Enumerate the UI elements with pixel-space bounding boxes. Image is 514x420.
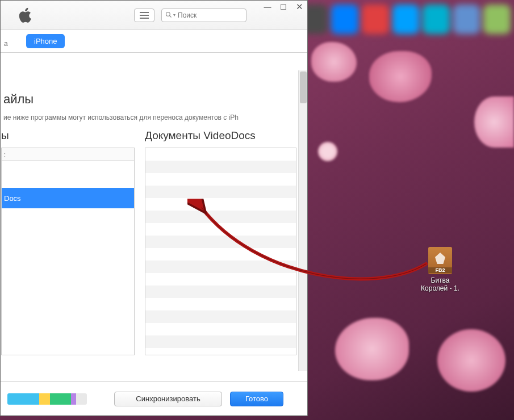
decor-blossom <box>437 329 505 392</box>
documents-list[interactable] <box>145 148 296 355</box>
bottom-bar: Синхронизировать Готово <box>1 381 307 415</box>
minimize-button[interactable]: — <box>260 1 275 13</box>
app-name-label: Docs <box>4 194 21 203</box>
iphone-tab[interactable]: iPhone <box>26 34 65 48</box>
svg-line-1 <box>170 15 172 17</box>
apple-logo-icon[interactable] <box>16 6 35 24</box>
view-list-button[interactable] <box>134 9 154 22</box>
maximize-button[interactable]: ☐ <box>275 1 291 13</box>
apps-list[interactable]: : Docs <box>1 148 135 355</box>
close-button[interactable]: ✕ <box>291 1 307 13</box>
search-icon <box>165 10 172 20</box>
chevron-down-icon: ▾ <box>173 12 175 18</box>
desktop-file[interactable]: FB2 Битва Королей - 1. <box>412 247 469 292</box>
vertical-scrollbar[interactable] <box>298 70 307 371</box>
apps-panel-title-partial: ы <box>1 129 135 148</box>
search-input[interactable] <box>178 11 235 19</box>
sync-button[interactable]: Синхронизировать <box>114 392 222 406</box>
file-type-badge: FB2 <box>428 267 452 273</box>
done-button[interactable]: Готово <box>230 392 283 406</box>
itunes-window: ▾ — ☐ ✕ а iPhone айлы ие ниже программы … <box>0 0 308 416</box>
breadcrumb-partial: а <box>4 40 8 48</box>
scrollbar-thumb[interactable] <box>300 72 307 103</box>
page-subtitle-partial: ие ниже программы могут использоваться д… <box>3 114 296 121</box>
fb2-file-icon: FB2 <box>428 247 452 274</box>
svg-point-0 <box>166 12 170 16</box>
file-name-label: Битва Королей - 1. <box>412 276 469 292</box>
titlebar: ▾ — ☐ ✕ <box>1 1 307 30</box>
list-icon <box>140 15 149 16</box>
decor-blossom <box>335 318 409 380</box>
documents-panel-title: Документы VideoDocs <box>145 129 296 148</box>
app-row-selected[interactable]: Docs <box>2 188 134 208</box>
device-tab-row: iPhone <box>1 30 307 53</box>
apps-column-header-partial: : <box>2 148 134 161</box>
page-title-partial: айлы <box>3 92 296 107</box>
search-field[interactable]: ▾ <box>161 9 246 22</box>
decor-blossom <box>311 42 357 82</box>
capacity-bar <box>7 393 87 405</box>
decor-blossom <box>318 142 337 161</box>
decor-blossom <box>474 96 514 148</box>
